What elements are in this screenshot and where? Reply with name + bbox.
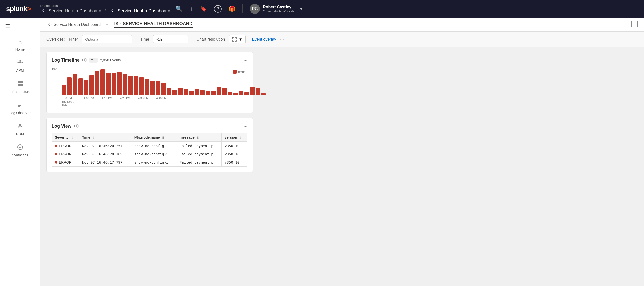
chart-bar — [239, 91, 243, 95]
table-row[interactable]: ERRORNov 07 16:46:20.257show-no-config-i… — [52, 142, 247, 150]
rum-icon — [17, 123, 23, 130]
log-view-header: Log View ⓘ ··· — [52, 123, 247, 129]
log-timeline-more-menu[interactable]: ··· — [244, 58, 247, 63]
user-workspace: Observability Worksh... — [263, 9, 296, 13]
search-icon[interactable]: 🔍 — [175, 6, 182, 12]
col-message[interactable]: message ⇅ — [176, 133, 221, 142]
chart-bar — [211, 91, 216, 95]
time-input[interactable] — [153, 35, 188, 43]
toolbar-more-menu[interactable]: ··· — [280, 37, 284, 42]
sidebar-item-log-observer[interactable]: Log Observer — [0, 98, 40, 118]
col-k8s-node-name[interactable]: k8s.node.name ⇅ — [131, 133, 176, 142]
legend-color-box — [233, 70, 237, 74]
chart-bar — [167, 88, 171, 95]
x-label-440pm: 4:40 PM — [152, 96, 170, 107]
x-label-410pm: 4:10 PM — [98, 96, 116, 107]
chart-bar — [150, 81, 155, 95]
nav-divider — [242, 4, 243, 13]
chart-bar — [206, 91, 210, 95]
log-view-table: Severity ⇅ Time ⇅ k8s.node.name ⇅ messag… — [52, 133, 247, 167]
sidebar-item-apm[interactable]: APM — [0, 56, 40, 76]
help-icon[interactable]: ? — [214, 5, 222, 13]
version-cell: v350.10 — [222, 150, 247, 158]
layout-toggle[interactable] — [631, 21, 638, 29]
chart-bar — [117, 72, 122, 95]
gift-icon[interactable]: 🎁 — [229, 6, 235, 12]
sidebar-item-rum[interactable]: RUM — [0, 119, 40, 139]
log-view-more-menu[interactable]: ··· — [244, 124, 247, 129]
toolbar: Overrides: Filter Time Chart resolution … — [40, 32, 644, 47]
sidebar-item-infrastructure[interactable]: Infrastructure — [0, 77, 40, 97]
legend-label: error — [238, 70, 245, 74]
sidebar-label-log-observer: Log Observer — [9, 111, 31, 115]
bookmark-icon[interactable]: 🔖 — [200, 6, 207, 12]
severity-cell: ERROR — [52, 158, 79, 167]
log-view-info-icon[interactable]: ⓘ — [74, 123, 79, 129]
chart-bar — [112, 73, 116, 95]
avatar: RC — [250, 4, 260, 14]
col-version[interactable]: version ⇅ — [222, 133, 247, 142]
svg-rect-18 — [232, 40, 234, 41]
filter-input[interactable] — [82, 35, 132, 43]
log-timeline-info-icon[interactable]: ⓘ — [82, 57, 87, 63]
main-content: IK - Service Health Dashboard ··· IK - S… — [40, 18, 644, 286]
log-timeline-interval-badge: 2m — [89, 58, 98, 63]
user-name: Robert Castley — [263, 5, 296, 9]
x-label-430pm: 4:30 PM — [134, 96, 152, 107]
col-severity[interactable]: Severity ⇅ — [52, 133, 79, 142]
table-row[interactable]: ERRORNov 07 16:46:20.189show-no-config-i… — [52, 150, 247, 158]
top-navigation: splunk> Dashboards IK - Service Health D… — [0, 0, 644, 18]
add-icon[interactable]: + — [189, 5, 193, 13]
chart-bar — [200, 90, 205, 95]
x-label-400pm: 4:00 PM — [80, 96, 98, 107]
svg-point-0 — [19, 61, 21, 63]
time-cell: Nov 07 16:46:20.257 — [79, 142, 131, 150]
chart-bar — [84, 80, 88, 95]
chart-bar — [161, 83, 166, 95]
sidebar-label-rum: RUM — [16, 132, 24, 136]
chart-bar — [100, 69, 105, 95]
dashboard-tab-inactive[interactable]: IK - Service Health Dashboard — [46, 22, 101, 27]
chart-bar — [62, 85, 66, 95]
col-time[interactable]: Time ⇅ — [79, 133, 131, 142]
log-timeline-chart: 160 error 3:50 PMThu Nov 72024 4:00 PM 4… — [52, 67, 247, 108]
synthetics-icon — [17, 144, 23, 152]
chart-bar — [244, 92, 249, 95]
sidebar-toggle[interactable]: ☰ — [0, 21, 40, 32]
user-info: Robert Castley Observability Worksh... — [263, 5, 296, 13]
svg-rect-4 — [18, 81, 20, 83]
user-area[interactable]: RC Robert Castley Observability Worksh..… — [250, 4, 303, 14]
user-menu-caret[interactable]: ▼ — [299, 7, 303, 11]
chart-bar — [145, 79, 149, 95]
sidebar-item-synthetics[interactable]: Synthetics — [0, 140, 40, 161]
message-cell: Failed payment p — [176, 158, 221, 167]
dashboard-tab-more[interactable]: ··· — [105, 22, 108, 27]
severity-cell: ERROR — [52, 142, 79, 150]
chart-bar — [195, 89, 199, 95]
chart-bar — [128, 76, 133, 95]
chart-bars-container — [62, 67, 247, 95]
chart-resolution-button[interactable]: ▼ — [229, 35, 246, 43]
event-overlay-link[interactable]: Event overlay — [252, 37, 276, 42]
severity-cell: ERROR — [52, 150, 79, 158]
log-observer-icon — [17, 102, 23, 109]
message-cell: Failed payment p — [176, 150, 221, 158]
time-cell: Nov 07 16:46:17.797 — [79, 158, 131, 167]
right-panel — [258, 52, 638, 281]
chart-bar — [222, 88, 227, 95]
log-timeline-panel: Log Timeline ⓘ 2m 2,050 Events ··· 160 e… — [46, 52, 253, 113]
chart-x-labels: 3:50 PMThu Nov 72024 4:00 PM 4:10 PM 4:2… — [62, 96, 247, 107]
sidebar-item-home[interactable]: ⌂ Home — [0, 35, 40, 55]
svg-point-13 — [18, 145, 23, 150]
dashboard-tab-active[interactable]: IK - SERVICE HEALTH DASHBOARD — [114, 21, 192, 28]
severity-dot — [55, 145, 57, 147]
svg-rect-11 — [18, 106, 20, 107]
svg-rect-5 — [20, 81, 23, 83]
dashboards-label: Dashboards — [40, 4, 170, 8]
chart-bar — [233, 93, 238, 95]
table-row[interactable]: ERRORNov 07 16:46:17.797show-no-config-i… — [52, 158, 247, 167]
dashboard-header: IK - Service Health Dashboard ··· IK - S… — [40, 18, 644, 32]
breadcrumb-part1[interactable]: IK - Service Health Dashboard — [40, 8, 101, 13]
left-panels: Log Timeline ⓘ 2m 2,050 Events ··· 160 e… — [46, 52, 253, 281]
log-view-title: Log View — [52, 124, 71, 129]
